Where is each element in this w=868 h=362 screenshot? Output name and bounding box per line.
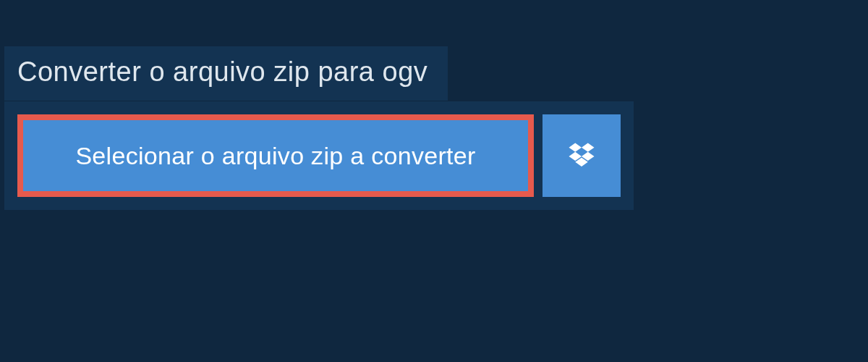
page-title: Converter o arquivo zip para ogv — [4, 46, 448, 101]
select-file-label: Selecionar o arquivo zip a converter — [75, 142, 475, 170]
page-title-text: Converter o arquivo zip para ogv — [17, 56, 427, 87]
dropbox-button[interactable] — [542, 114, 621, 197]
dropbox-icon — [566, 140, 597, 171]
select-file-button[interactable]: Selecionar o arquivo zip a converter — [17, 114, 534, 197]
action-panel: Selecionar o arquivo zip a converter — [4, 101, 634, 210]
